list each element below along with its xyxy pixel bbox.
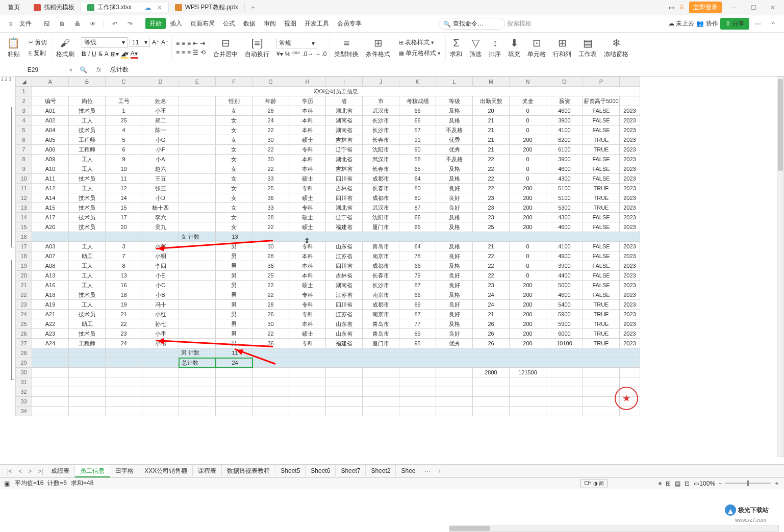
sheet-nav-next-icon[interactable]: > — [25, 468, 35, 475]
data-cell[interactable]: 工程师 — [69, 145, 106, 155]
align-left-icon[interactable]: ≡ — [176, 49, 180, 56]
data-cell[interactable]: 26 — [252, 310, 289, 319]
data-cell[interactable]: 24 — [106, 339, 142, 348]
row-header[interactable]: 30 — [16, 368, 32, 377]
cut-button[interactable]: ✂ 剪切 — [27, 37, 48, 48]
data-cell[interactable]: 福建省 — [326, 339, 363, 348]
empty-cell[interactable]: 2800 — [473, 368, 510, 377]
data-cell[interactable]: 28 — [252, 106, 289, 116]
data-cell[interactable]: 20 — [106, 222, 142, 232]
data-cell[interactable]: 33 — [252, 203, 289, 213]
empty-cell[interactable] — [326, 407, 363, 416]
data-cell[interactable]: A18 — [32, 290, 69, 300]
empty-cell[interactable] — [399, 387, 436, 397]
empty-cell[interactable] — [510, 407, 546, 416]
empty-cell[interactable] — [142, 387, 179, 397]
data-cell[interactable]: 80 — [399, 193, 436, 203]
data-cell[interactable]: 小F — [142, 145, 179, 155]
data-cell[interactable]: 良好 — [436, 184, 473, 193]
data-cell[interactable]: 孙七 — [142, 319, 179, 329]
data-cell[interactable]: 28 — [252, 251, 289, 261]
data-cell[interactable]: 2023 — [620, 125, 640, 135]
data-cell[interactable]: 小李 — [142, 329, 179, 339]
data-cell[interactable]: 0 — [510, 116, 546, 125]
header-cell[interactable]: 等级 — [436, 96, 473, 106]
data-cell[interactable]: 工人 — [69, 155, 106, 164]
data-cell[interactable]: 青岛市 — [363, 242, 399, 251]
data-cell[interactable]: 0 — [510, 155, 546, 164]
data-cell[interactable]: A22 — [32, 319, 69, 329]
collapse-ribbon-icon[interactable]: ^ — [767, 20, 780, 28]
data-cell[interactable]: 吉林省 — [326, 164, 363, 174]
empty-cell[interactable] — [363, 387, 399, 397]
data-cell[interactable]: TRUE — [583, 193, 620, 203]
data-cell[interactable]: A13 — [32, 271, 69, 281]
empty-cell[interactable] — [583, 407, 620, 416]
data-cell[interactable]: 张三 — [142, 184, 179, 193]
empty-cell[interactable] — [216, 407, 252, 416]
data-cell[interactable]: 湖北省 — [326, 106, 363, 116]
cooperation-button[interactable]: 👥 协作 — [696, 19, 718, 28]
row-header[interactable]: 23 — [16, 300, 32, 310]
data-cell[interactable]: A20 — [32, 222, 69, 232]
data-cell[interactable]: 工人 — [69, 116, 106, 125]
row-header[interactable]: 3 — [16, 106, 32, 116]
data-cell[interactable]: FALSE — [583, 290, 620, 300]
italic-button[interactable]: I — [88, 50, 90, 58]
data-cell[interactable]: TRUE — [583, 184, 620, 193]
apps-icon[interactable]: ⠿ — [679, 4, 684, 11]
data-cell[interactable]: A16 — [32, 281, 69, 290]
data-cell[interactable]: 14 — [106, 193, 142, 203]
data-cell[interactable]: 3900 — [546, 155, 583, 164]
header-cell[interactable] — [620, 96, 640, 106]
data-cell[interactable]: FALSE — [583, 281, 620, 290]
data-cell[interactable]: 工人 — [69, 261, 106, 271]
data-cell[interactable]: FALSE — [583, 155, 620, 164]
data-cell[interactable]: 2023 — [620, 193, 640, 203]
data-cell[interactable]: 17 — [106, 213, 142, 222]
data-cell[interactable] — [179, 155, 216, 164]
data-cell[interactable]: 工人 — [69, 300, 106, 310]
data-cell[interactable]: TRUE — [583, 319, 620, 329]
empty-cell[interactable] — [583, 387, 620, 397]
data-cell[interactable] — [179, 310, 216, 319]
data-cell[interactable]: 36 — [252, 193, 289, 203]
data-cell[interactable]: 2023 — [620, 300, 640, 310]
conditional-format-button[interactable]: ⊞条件格式 — [363, 35, 393, 61]
empty-cell[interactable] — [363, 407, 399, 416]
orientation-icon[interactable]: ⟲ — [200, 49, 206, 56]
empty-cell[interactable] — [620, 368, 640, 377]
align-bottom-icon[interactable]: ≡ — [187, 40, 191, 47]
data-cell[interactable]: 技术员 — [69, 310, 106, 319]
data-cell[interactable]: 66 — [399, 213, 436, 222]
wrap-text-button[interactable]: [≡]自动换行 — [242, 35, 272, 61]
data-cell[interactable]: 本科 — [289, 116, 326, 125]
data-cell[interactable]: 及格 — [436, 116, 473, 125]
empty-cell[interactable] — [252, 377, 289, 387]
sheet-tab[interactable]: 成绩表 — [46, 465, 75, 476]
cloud-status[interactable]: ☁ 未上云 — [668, 19, 694, 28]
empty-cell[interactable] — [510, 387, 546, 397]
redo-icon[interactable]: ↷ — [123, 20, 137, 28]
data-cell[interactable]: 不及格 — [436, 155, 473, 164]
data-cell[interactable]: 专科 — [289, 339, 326, 348]
data-cell[interactable]: FALSE — [583, 251, 620, 261]
data-cell[interactable]: 赵六 — [142, 164, 179, 174]
data-cell[interactable] — [179, 174, 216, 184]
data-cell[interactable]: 及格 — [436, 106, 473, 116]
strikethrough-button[interactable]: S̶ — [98, 50, 103, 58]
rowcol-button[interactable]: ⊞行和列 — [550, 35, 574, 61]
minimize-button[interactable]: — — [727, 4, 741, 11]
empty-cell[interactable] — [252, 387, 289, 397]
command-search[interactable]: 🔍查找命令… — [439, 18, 505, 30]
decrease-decimal-icon[interactable]: ←.0 — [315, 50, 326, 58]
data-cell[interactable]: 技术员 — [69, 213, 106, 222]
empty-cell[interactable] — [289, 377, 326, 387]
increase-font-icon[interactable]: A⁺ — [152, 39, 159, 46]
data-cell[interactable]: 64 — [399, 242, 436, 251]
data-cell[interactable]: 66 — [399, 116, 436, 125]
data-cell[interactable]: 21 — [473, 125, 510, 135]
data-cell[interactable]: 22 — [473, 251, 510, 261]
data-cell[interactable]: 5400 — [546, 300, 583, 310]
sheet-tab[interactable]: 员工信息 — [75, 465, 110, 477]
